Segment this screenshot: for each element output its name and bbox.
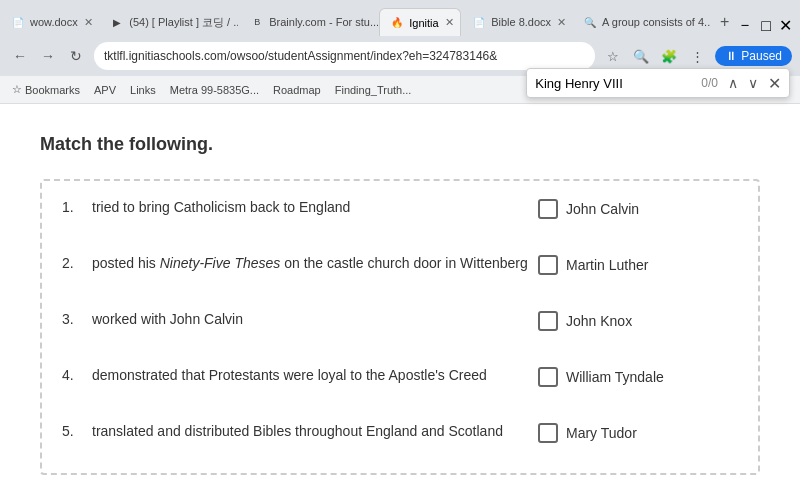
bookmark-links[interactable]: Links: [126, 82, 160, 98]
new-tab-button[interactable]: +: [712, 8, 737, 36]
answer-area-5: Mary Tudor: [538, 421, 738, 443]
answer-checkbox-2[interactable]: [538, 255, 558, 275]
match-row-1: 1. tried to bring Catholicism back to En…: [62, 197, 738, 233]
answer-area-1: John Calvin: [538, 197, 738, 219]
search-icon[interactable]: 🔍: [629, 44, 653, 68]
nav-buttons: ← → ↻: [8, 44, 88, 68]
find-prev-button[interactable]: ∧: [724, 73, 742, 93]
row-number-3: 3.: [62, 309, 86, 327]
bookmarks-label[interactable]: ☆ Bookmarks: [8, 81, 84, 98]
answer-label-4: William Tyndale: [566, 369, 664, 385]
tab-group[interactable]: 🔍 A group consists of 4... ✕: [572, 8, 712, 36]
find-nav: ∧ ∨: [724, 73, 762, 93]
tab-brainly[interactable]: B Brainly.com - For stu... ✕: [239, 8, 379, 36]
row-number-5: 5.: [62, 421, 86, 439]
answer-checkbox-5[interactable]: [538, 423, 558, 443]
question-4: demonstrated that Protestants were loyal…: [92, 365, 538, 386]
answer-area-2: Martin Luther: [538, 253, 738, 275]
row-number-4: 4.: [62, 365, 86, 383]
tab-playlist[interactable]: ▶ (54) [ Playlist ] 코딩 / ... ✕: [99, 8, 239, 36]
answer-label-3: John Knox: [566, 313, 632, 329]
row-number-2: 2.: [62, 253, 86, 271]
reload-button[interactable]: ↻: [64, 44, 88, 68]
tab-favicon-ignitia: 🔥: [390, 16, 404, 30]
star-icon: ☆: [12, 83, 22, 96]
match-row-3: 3. worked with John Calvin John Knox: [62, 309, 738, 345]
tab-bible[interactable]: 📄 Bible 8.docx ✕: [461, 8, 572, 36]
tab-wow[interactable]: 📄 wow.docx ✕: [0, 8, 99, 36]
row-number-1: 1.: [62, 197, 86, 215]
bookmark-star-icon[interactable]: ☆: [601, 44, 625, 68]
bookmark-roadmap[interactable]: Roadmap: [269, 82, 325, 98]
tab-favicon-wow: 📄: [11, 15, 25, 29]
tab-favicon-group: 🔍: [583, 15, 597, 29]
question-3: worked with John Calvin: [92, 309, 538, 330]
answer-checkbox-4[interactable]: [538, 367, 558, 387]
match-container: 1. tried to bring Catholicism back to En…: [40, 179, 760, 475]
tab-close-ignitia[interactable]: ✕: [445, 16, 454, 29]
question-1: tried to bring Catholicism back to Engla…: [92, 197, 538, 218]
address-input[interactable]: [94, 42, 595, 70]
close-icon[interactable]: ✕: [779, 16, 792, 35]
back-button[interactable]: ←: [8, 44, 32, 68]
maximize-icon[interactable]: □: [761, 17, 771, 35]
extension-icon[interactable]: 🧩: [657, 44, 681, 68]
tab-bar: 📄 wow.docx ✕ ▶ (54) [ Playlist ] 코딩 / ..…: [0, 0, 800, 36]
settings-icon[interactable]: ⋮: [685, 44, 709, 68]
find-close-button[interactable]: ✕: [768, 74, 781, 93]
bookmark-finding-truth[interactable]: Finding_Truth...: [331, 82, 416, 98]
find-next-button[interactable]: ∨: [744, 73, 762, 93]
match-row-5: 5. translated and distributed Bibles thr…: [62, 421, 738, 457]
answer-checkbox-1[interactable]: [538, 199, 558, 219]
tab-favicon-bible: 📄: [472, 15, 486, 29]
minimize-icon[interactable]: －: [737, 15, 753, 36]
toolbar-icons: ☆ 🔍 🧩 ⋮: [601, 44, 709, 68]
answer-checkbox-3[interactable]: [538, 311, 558, 331]
find-input[interactable]: [535, 76, 695, 91]
answer-label-1: John Calvin: [566, 201, 639, 217]
question-2: posted his Ninety-Five Theses on the cas…: [92, 253, 538, 274]
page-title: Match the following.: [40, 134, 760, 155]
paused-icon: ⏸: [725, 49, 737, 63]
answer-label-2: Martin Luther: [566, 257, 648, 273]
italic-theses: Ninety-Five Theses: [160, 255, 281, 271]
bookmark-metra[interactable]: Metra 99-5835G...: [166, 82, 263, 98]
answer-label-5: Mary Tudor: [566, 425, 637, 441]
answer-area-4: William Tyndale: [538, 365, 738, 387]
profile-button[interactable]: ⏸ Paused: [715, 46, 792, 66]
tab-close-bible[interactable]: ✕: [557, 16, 566, 29]
find-count: 0/0: [701, 76, 718, 90]
match-row-4: 4. demonstrated that Protestants were lo…: [62, 365, 738, 401]
forward-button[interactable]: →: [36, 44, 60, 68]
question-5: translated and distributed Bibles throug…: [92, 421, 538, 442]
page-content: Match the following. 1. tried to bring C…: [0, 104, 800, 500]
find-bar: 0/0 ∧ ∨ ✕: [526, 68, 790, 98]
tab-close-wow[interactable]: ✕: [84, 16, 93, 29]
bookmark-apv[interactable]: APV: [90, 82, 120, 98]
answer-area-3: John Knox: [538, 309, 738, 331]
tab-favicon-brainly: B: [250, 15, 264, 29]
match-row-2: 2. posted his Ninety-Five Theses on the …: [62, 253, 738, 289]
tab-favicon-playlist: ▶: [110, 15, 124, 29]
tab-ignitia[interactable]: 🔥 Ignitia ✕: [379, 8, 461, 36]
